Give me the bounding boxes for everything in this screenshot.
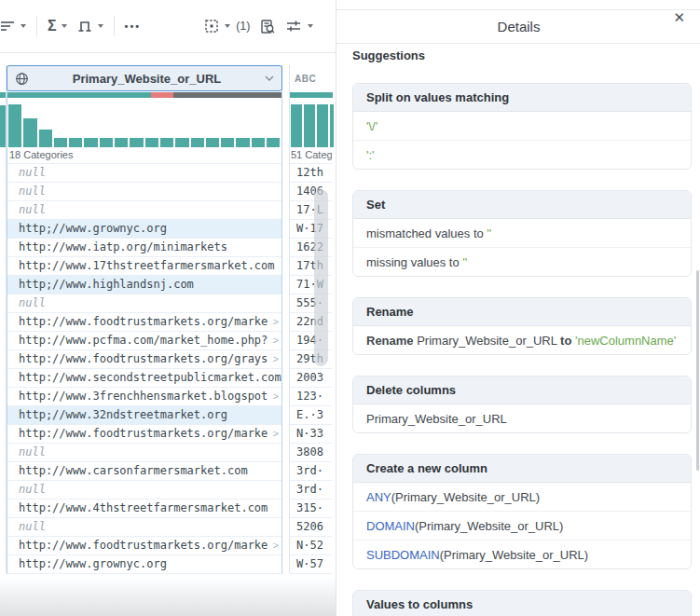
- suggestion-card-header: Set: [353, 191, 691, 219]
- cell-value[interactable]: http://www.secondstreetpublicmarket.com: [7, 369, 281, 388]
- cell-value[interactable]: 2003: [290, 369, 332, 388]
- cell-value[interactable]: http://www.foodtrustmarkets.org/marke>: [7, 313, 281, 332]
- histogram-bar[interactable]: [69, 138, 82, 147]
- sliders-icon: [285, 19, 303, 34]
- suggestion-item[interactable]: Primary_Website_or_URL: [353, 404, 691, 432]
- histogram-bar[interactable]: [8, 104, 21, 147]
- histogram-bar[interactable]: [130, 138, 143, 147]
- histogram-bar[interactable]: [54, 138, 67, 147]
- suggestion-item[interactable]: mismatched values to '': [353, 219, 691, 247]
- histogram-bar[interactable]: [175, 138, 188, 147]
- cell-value[interactable]: 12th: [290, 164, 332, 183]
- histogram-bar[interactable]: [145, 138, 158, 147]
- cell-value[interactable]: null: [7, 201, 281, 220]
- filter-settings-button[interactable]: [281, 15, 318, 37]
- cell-value[interactable]: null: [7, 164, 281, 183]
- histogram-bar[interactable]: [267, 138, 280, 147]
- sort-button[interactable]: [0, 15, 31, 37]
- selection-box-icon: [204, 19, 220, 34]
- cell-value[interactable]: E.·3: [290, 406, 332, 425]
- cell-value[interactable]: W·57: [290, 555, 332, 574]
- categories-count-label: 51 Categories: [291, 149, 332, 160]
- cell-value[interactable]: http://www.4thstreetfarmersmarket.com: [7, 500, 281, 518]
- panel-vertical-scrollbar[interactable]: [696, 270, 699, 471]
- cell-value[interactable]: N·33: [290, 425, 332, 444]
- truncation-chevron-icon: >: [273, 313, 279, 331]
- cell-value[interactable]: http://www.foodtrustmarkets.org/grays>: [7, 350, 281, 369]
- suggestion-card: Values to columns: [352, 590, 692, 616]
- quality-segment[interactable]: [173, 92, 281, 98]
- cell-value[interactable]: http://www.foodtrustmarkets.org/marke>: [7, 537, 281, 555]
- more-options-button[interactable]: •••: [120, 17, 146, 35]
- histogram-bar[interactable]: [304, 104, 315, 147]
- cell-value[interactable]: http://www.carsonfarmersmarket.com: [7, 462, 281, 481]
- aggregate-button[interactable]: Σ: [43, 15, 72, 37]
- cell-value[interactable]: 315·: [290, 500, 332, 518]
- close-icon[interactable]: ✕: [669, 7, 689, 28]
- cell-value[interactable]: null: [7, 481, 281, 500]
- suggestion-text: DOMAIN: [366, 519, 415, 533]
- lookup-button[interactable]: [254, 15, 281, 38]
- suggestion-item[interactable]: '\/': [353, 112, 691, 140]
- quality-segment[interactable]: [151, 92, 173, 98]
- suggestion-item[interactable]: ANY(Primary_Website_or_URL): [353, 483, 691, 511]
- cell-value[interactable]: http;//www.highlandsnj.com: [7, 276, 281, 294]
- cell-value[interactable]: null: [7, 518, 281, 537]
- cell-value[interactable]: http://www.3frenchhensmarket.blogspot>: [7, 388, 281, 406]
- histogram-bar[interactable]: [291, 104, 302, 147]
- suggestion-cards: Split on values matching'\/'':'Setmismat…: [352, 83, 692, 616]
- suggestion-text: Primary_Website_or_URL: [417, 334, 560, 348]
- suggestion-item[interactable]: Rename Primary_Website_or_URL to 'newCol…: [353, 326, 691, 354]
- cell-value[interactable]: 123·: [290, 388, 332, 406]
- data-quality-bar[interactable]: [7, 92, 281, 98]
- cell-value[interactable]: null: [7, 183, 281, 201]
- chevron-down-icon[interactable]: [265, 75, 274, 81]
- cell-value[interactable]: http;//www.grownyc.org: [7, 220, 281, 239]
- cell-value[interactable]: null: [7, 444, 281, 462]
- histogram-bar[interactable]: [23, 118, 36, 147]
- grid-region: Σ ••• (1): [0, 0, 336, 616]
- histogram-bar[interactable]: [236, 138, 249, 147]
- cell-value[interactable]: http://www.17thstreetfarmersmarket.com: [7, 257, 281, 276]
- cell-value[interactable]: 3rd·: [290, 481, 332, 500]
- cell-value[interactable]: 3rd·: [290, 462, 332, 481]
- toolbar-divider: [114, 16, 115, 36]
- suggestion-text: to: [560, 334, 575, 348]
- cell-value[interactable]: http://www.grownyc.org: [7, 555, 281, 574]
- histogram-bar[interactable]: [191, 138, 204, 147]
- suggestion-card: Split on values matching'\/'':': [352, 83, 692, 170]
- cell-value[interactable]: http://www.foodtrustmarkets.org/marke>: [7, 425, 281, 444]
- cell-value[interactable]: http://www.iatp.org/minimarkets: [7, 239, 281, 257]
- suggestion-item[interactable]: DOMAIN(Primary_Website_or_URL): [353, 511, 691, 540]
- histogram-bar[interactable]: [84, 138, 97, 147]
- suggestion-item[interactable]: ':': [353, 140, 691, 169]
- cell-value[interactable]: http;//www.32ndstreetmarket.org: [7, 406, 281, 425]
- histogram-bar[interactable]: [330, 104, 334, 147]
- histogram-bar[interactable]: [100, 138, 113, 147]
- suggestion-item[interactable]: SUBDOMAIN(Primary_Website_or_URL): [353, 540, 691, 568]
- histogram-bar[interactable]: [317, 104, 328, 147]
- cell-value[interactable]: http://www.pcfma.com/market_home.php?>: [7, 332, 281, 350]
- grid-footer-area: [0, 580, 336, 616]
- histogram-bar[interactable]: [39, 130, 52, 147]
- cell-value[interactable]: 3808: [290, 444, 332, 462]
- join-button[interactable]: [72, 15, 108, 37]
- histogram-bar[interactable]: [221, 138, 234, 147]
- column-header-primary-website[interactable]: Primary_Website_or_URL: [7, 65, 282, 91]
- histogram-bar[interactable]: [115, 138, 128, 147]
- suggestion-text: (Primary_Website_or_URL): [440, 548, 588, 562]
- cell-value[interactable]: null: [7, 294, 281, 313]
- cell-value[interactable]: 5206: [290, 518, 332, 537]
- selection-mode-button[interactable]: (1): [199, 15, 254, 37]
- quality-segment[interactable]: [7, 92, 151, 98]
- column-header-next[interactable]: ABC: [290, 65, 332, 91]
- globe-icon: [15, 72, 29, 86]
- histogram-bar[interactable]: [252, 138, 265, 147]
- histogram-bar[interactable]: [206, 138, 219, 147]
- histogram-bar[interactable]: [160, 138, 173, 147]
- suggestion-item[interactable]: missing values to '': [353, 247, 691, 276]
- truncation-chevron-icon: >: [273, 537, 279, 554]
- cell-value[interactable]: N·52: [290, 537, 332, 555]
- suggestions-section: Suggestions Split on values matching'\/'…: [352, 48, 692, 616]
- grid-vertical-scrollbar[interactable]: [314, 189, 328, 366]
